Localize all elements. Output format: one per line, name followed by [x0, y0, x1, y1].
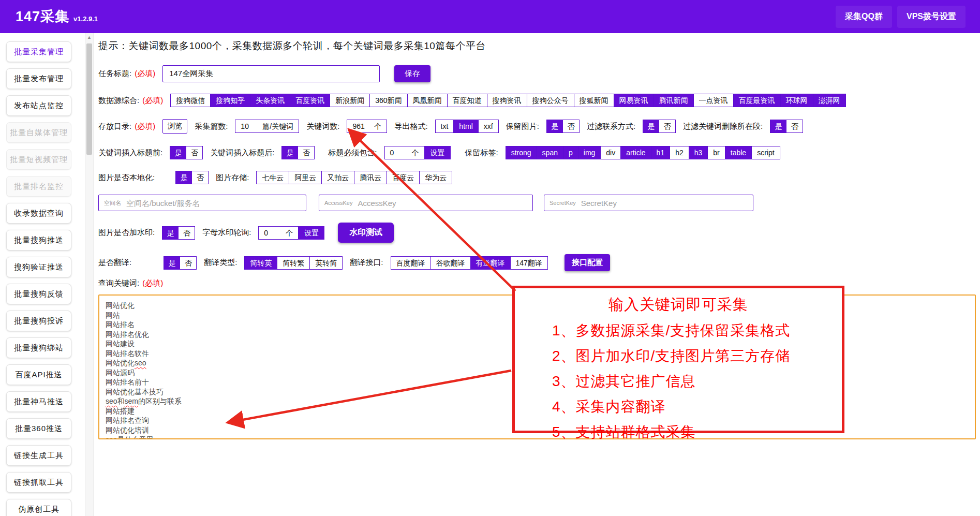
set-button[interactable]: 设置	[425, 146, 451, 159]
secretkey-input[interactable]	[581, 199, 753, 208]
translate-type-tag[interactable]: 简转繁	[277, 256, 310, 270]
no-option[interactable]: 否	[186, 146, 202, 159]
sidebar-scrollbar[interactable]: ▲	[85, 33, 94, 516]
collect-count-input[interactable]: 10 篇/关键词	[235, 120, 299, 133]
task-title-input[interactable]	[162, 65, 380, 82]
yes-option[interactable]: 是	[176, 171, 192, 184]
no-option[interactable]: 否	[298, 146, 314, 159]
save-button[interactable]: 保存	[394, 65, 430, 82]
no-option[interactable]: 否	[192, 171, 208, 184]
sidebar-item[interactable]: 批量360推送	[6, 418, 71, 439]
translate-api-tag[interactable]: 有道翻译	[470, 256, 511, 270]
keep-tag[interactable]: div	[600, 146, 621, 159]
sidebar-item[interactable]: 搜狗验证推送	[6, 257, 71, 277]
keep-tag[interactable]: strong	[506, 146, 537, 159]
datasource-tag[interactable]: 搜狗资讯	[487, 94, 527, 107]
sidebar-item[interactable]: 批量搜狗反馈	[6, 284, 71, 304]
keep-tag[interactable]: h2	[670, 146, 689, 159]
title-must-contain-input[interactable]: 0 个	[384, 146, 425, 159]
storage-tag[interactable]: 又拍云	[321, 171, 354, 184]
datasource-tag[interactable]: 百度最资讯	[733, 94, 781, 107]
yes-option[interactable]: 是	[547, 120, 563, 132]
datasource-tag[interactable]: 网易资讯	[614, 94, 654, 107]
storage-tag[interactable]: 华为云	[419, 171, 452, 184]
secretkey-prefix: SecretKey	[550, 200, 576, 206]
browse-button[interactable]: 浏览	[162, 119, 187, 134]
sidebar-item[interactable]: 批量神马推送	[6, 391, 71, 412]
sidebar-item[interactable]: 批量采集管理	[6, 41, 71, 62]
keep-tag[interactable]: article	[620, 146, 651, 159]
sidebar-item[interactable]: 批量发布管理	[6, 68, 71, 89]
keep-tag[interactable]: table	[725, 146, 752, 159]
sidebar-item[interactable]: 批量搜狗绑站	[6, 337, 71, 358]
letter-watermark-input[interactable]: 0 个	[258, 226, 299, 240]
keep-tag[interactable]: br	[707, 146, 725, 159]
sidebar-item[interactable]: 收录数据查询	[6, 203, 71, 224]
keep-tag[interactable]: script	[751, 146, 780, 159]
no-option[interactable]: 否	[786, 120, 803, 132]
storage-tag[interactable]: 腾讯云	[354, 171, 387, 184]
datasource-tag[interactable]: 百度知道	[447, 94, 487, 107]
title-must-contain-label: 标题必须包含:	[328, 148, 377, 158]
datasource-tag[interactable]: 凤凰新闻	[407, 94, 448, 107]
datasource-tag[interactable]: 搜狗微信	[170, 94, 211, 107]
yes-option[interactable]: 是	[770, 120, 786, 132]
no-option[interactable]: 否	[563, 120, 579, 132]
sidebar-item[interactable]: 百度API推送	[6, 364, 71, 385]
scrollbar-thumb[interactable]	[86, 43, 92, 155]
no-option[interactable]: 否	[659, 120, 675, 132]
keep-tag[interactable]: p	[563, 146, 578, 159]
translate-api-tag[interactable]: 百度翻译	[391, 256, 431, 270]
storage-tag[interactable]: 百度云	[387, 171, 420, 184]
translate-api-tag[interactable]: 谷歌翻译	[430, 256, 471, 270]
yes-option[interactable]: 是	[164, 257, 180, 269]
datasource-tag[interactable]: 360新闻	[369, 94, 407, 107]
export-format-tag[interactable]: html	[453, 120, 478, 133]
sidebar-item[interactable]: 批量搜狗推送	[6, 230, 71, 250]
watermark-test-button[interactable]: 水印测试	[338, 223, 394, 243]
sidebar-item[interactable]: 发布站点监控	[6, 95, 71, 116]
sidebar-item[interactable]: 链接生成工具	[6, 445, 71, 466]
keep-tag[interactable]: span	[537, 146, 563, 159]
yes-option[interactable]: 是	[170, 146, 186, 159]
nav-vps-settings-button[interactable]: VPS拨号设置	[897, 6, 966, 28]
datasource-tag[interactable]: 新浪新闻	[330, 94, 370, 107]
storage-tag[interactable]: 阿里云	[289, 171, 322, 184]
translate-type-tag[interactable]: 英转简	[309, 256, 343, 270]
watermark-label: 图片是否加水印:	[98, 228, 155, 238]
no-option[interactable]: 否	[180, 257, 196, 269]
datasource-tag[interactable]: 一点资讯	[693, 94, 734, 107]
sidebar-item[interactable]: 伪原创工具	[6, 499, 71, 516]
nav-qq-group-button[interactable]: 采集QQ群	[836, 6, 892, 28]
yes-option[interactable]: 是	[282, 146, 298, 159]
yes-option[interactable]: 是	[643, 120, 659, 132]
yes-option[interactable]: 是	[162, 227, 179, 239]
task-title-label: 任务标题:	[98, 69, 131, 79]
datasource-tag[interactable]: 头条资讯	[250, 94, 290, 107]
datasource-tag[interactable]: 搜狗公众号	[527, 94, 574, 107]
no-option[interactable]: 否	[179, 227, 195, 239]
export-format-tag[interactable]: txt	[435, 120, 454, 133]
sidebar-item[interactable]: 链接抓取工具	[6, 472, 71, 493]
storage-tag[interactable]: 七牛云	[256, 171, 289, 184]
datasource-tag[interactable]: 腾讯新闻	[654, 94, 694, 107]
datasource-tag[interactable]: 环球网	[780, 94, 813, 107]
api-config-button[interactable]: 接口配置	[565, 254, 610, 271]
datasource-tag[interactable]: 搜狐新闻	[574, 94, 614, 107]
keep-tag[interactable]: img	[578, 146, 601, 159]
datasource-tag[interactable]: 百度资讯	[290, 94, 330, 107]
bucket-name-field: 空间名	[98, 195, 306, 211]
keep-tag[interactable]: h3	[689, 146, 708, 159]
datasource-tag[interactable]: 搜狗知乎	[210, 94, 250, 107]
translate-api-tag[interactable]: 147翻译	[510, 256, 548, 270]
datasource-tag[interactable]: 澎湃网	[813, 94, 846, 107]
keyword-count-input[interactable]: 961 个	[347, 120, 387, 133]
sidebar-item[interactable]: 批量搜狗投诉	[6, 311, 71, 331]
translate-type-tag[interactable]: 简转英	[244, 256, 277, 270]
scroll-up-icon[interactable]: ▲	[85, 33, 93, 42]
accesskey-input[interactable]	[358, 199, 532, 208]
bucket-name-input[interactable]	[126, 199, 306, 208]
keep-tag[interactable]: h1	[651, 146, 671, 159]
set-button[interactable]: 设置	[299, 226, 324, 240]
export-format-tag[interactable]: xxf	[478, 120, 499, 133]
